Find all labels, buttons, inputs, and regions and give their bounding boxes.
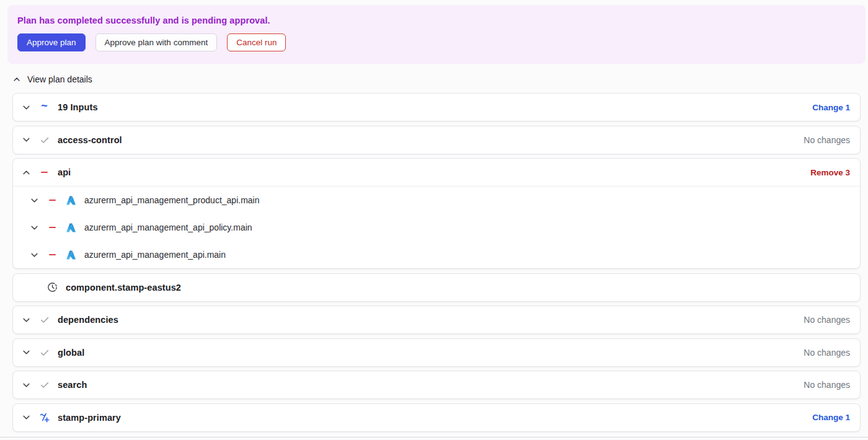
- row-status-none: No changes: [804, 348, 850, 358]
- row-status-none: No changes: [804, 315, 850, 325]
- resource-row[interactable]: azurerm_api_management_api_policy.main: [13, 214, 860, 241]
- row-header[interactable]: api Remove 3: [13, 159, 860, 186]
- plan-row-search: search No changes: [12, 371, 861, 399]
- chevron-up-icon: [12, 75, 22, 84]
- chevron-down-icon[interactable]: [22, 103, 31, 112]
- view-plan-details-label: View plan details: [27, 74, 92, 84]
- chevron-up-icon[interactable]: [22, 168, 31, 177]
- row-header[interactable]: search No changes: [13, 371, 860, 398]
- azure-icon: [66, 250, 76, 260]
- row-status-none: No changes: [804, 380, 850, 390]
- row-status-change: Change 1: [812, 103, 850, 112]
- azure-icon: [66, 195, 76, 206]
- tilde-change-icon: ~: [39, 102, 50, 110]
- row-header[interactable]: access-control No changes: [13, 126, 860, 154]
- plan-row-stamp-primary: stamp-primary Change 1: [12, 403, 861, 432]
- view-plan-details-toggle[interactable]: View plan details: [12, 74, 92, 84]
- row-header[interactable]: dependencies No changes: [13, 306, 860, 333]
- minus-remove-icon: [47, 254, 58, 256]
- plan-row-dependencies: dependencies No changes: [12, 306, 861, 334]
- chevron-down-icon[interactable]: [30, 250, 39, 260]
- chevron-down-icon[interactable]: [22, 135, 31, 144]
- plan-row-component-stamp-eastus2: component.stamp-eastus2: [12, 273, 861, 302]
- plan-row-access-control: access-control No changes: [12, 126, 861, 154]
- row-header[interactable]: component.stamp-eastus2: [13, 274, 860, 301]
- row-label: access-control: [58, 135, 122, 145]
- resource-row[interactable]: azurerm_api_management_api.main: [13, 241, 860, 268]
- approve-plan-with-comment-button[interactable]: Approve plan with comment: [95, 33, 218, 51]
- row-status-change: Change 1: [812, 413, 850, 422]
- row-label: 19 Inputs: [58, 102, 98, 112]
- minus-remove-icon: [47, 200, 58, 201]
- chevron-down-icon[interactable]: [22, 381, 31, 390]
- check-icon: [39, 380, 50, 390]
- row-label: search: [58, 380, 87, 390]
- check-icon: [39, 348, 50, 358]
- check-icon: [39, 315, 50, 325]
- approve-plan-button[interactable]: Approve plan: [17, 33, 86, 51]
- approval-banner: Plan has completed successfully and is p…: [7, 5, 866, 64]
- window-bottom-edge: [0, 437, 868, 438]
- plan-row-inputs: ~ 19 Inputs Change 1: [12, 93, 861, 121]
- row-header[interactable]: stamp-primary Change 1: [13, 404, 860, 431]
- row-label: component.stamp-eastus2: [66, 283, 181, 293]
- row-label: dependencies: [58, 315, 118, 325]
- change-add-icon: [39, 413, 50, 423]
- chevron-down-icon[interactable]: [30, 223, 39, 232]
- resource-name: azurerm_api_management_product_api.main: [84, 195, 260, 205]
- resource-name: azurerm_api_management_api.main: [84, 250, 226, 260]
- minus-remove-icon: [39, 172, 50, 174]
- chevron-down-icon[interactable]: [22, 348, 31, 357]
- plan-row-global: global No changes: [12, 338, 861, 367]
- row-label: api: [58, 167, 71, 177]
- chevron-down-icon[interactable]: [22, 315, 31, 325]
- row-status-none: No changes: [804, 135, 850, 145]
- chevron-down-icon[interactable]: [22, 413, 31, 422]
- row-status-remove: Remove 3: [810, 168, 850, 177]
- clock-pending-icon: [47, 282, 58, 293]
- chevron-down-icon[interactable]: [30, 196, 39, 205]
- row-label: global: [58, 348, 84, 358]
- row-header[interactable]: global No changes: [13, 339, 860, 366]
- banner-buttons: Approve plan Approve plan with comment C…: [17, 33, 856, 51]
- row-header[interactable]: ~ 19 Inputs Change 1: [13, 94, 860, 121]
- cancel-run-button[interactable]: Cancel run: [227, 33, 286, 51]
- azure-icon: [66, 222, 76, 233]
- plan-row-api: api Remove 3 azurerm_api_management_prod…: [12, 158, 861, 269]
- resource-row[interactable]: azurerm_api_management_product_api.main: [13, 187, 860, 214]
- minus-remove-icon: [47, 227, 58, 229]
- row-label: stamp-primary: [58, 413, 121, 423]
- plan-details-list: ~ 19 Inputs Change 1 access-control No c…: [12, 93, 861, 432]
- banner-message: Plan has completed successfully and is p…: [17, 15, 856, 25]
- check-icon: [39, 135, 50, 145]
- resource-name: azurerm_api_management_api_policy.main: [84, 222, 252, 232]
